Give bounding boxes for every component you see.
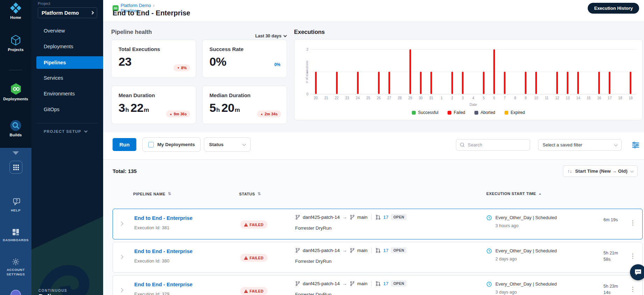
expand-chevron-icon[interactable] bbox=[119, 222, 123, 225]
pipeline-name-link[interactable]: End to End - Enterprise bbox=[134, 248, 193, 254]
x-tick-label: 23 bbox=[342, 96, 352, 100]
legend-item: Aborted bbox=[474, 110, 495, 115]
bar-cell bbox=[531, 49, 542, 94]
module-name: Delivery bbox=[38, 293, 66, 295]
x-tick-label: 10 bbox=[531, 96, 542, 100]
rail-item[interactable]: Home bbox=[0, 2, 31, 20]
health-card-value: 0% bbox=[209, 55, 280, 69]
my-deployments-filter[interactable]: My Deployments bbox=[142, 137, 201, 152]
arrow-right-icon: → bbox=[342, 214, 347, 220]
trend-badge: 2m 34s bbox=[257, 110, 281, 117]
project-name: Platform Demo bbox=[42, 10, 79, 16]
divider bbox=[9, 70, 22, 70]
health-card: Success Rate 0% 0% bbox=[202, 39, 287, 78]
expand-chevron-icon[interactable] bbox=[119, 255, 123, 259]
bar-cell bbox=[604, 49, 615, 94]
help-icon: ? bbox=[11, 198, 21, 207]
module-grid-button[interactable] bbox=[9, 161, 22, 174]
bar-cell bbox=[384, 49, 394, 94]
column-header[interactable]: STATUS ⇅ bbox=[239, 192, 261, 196]
builds-icon bbox=[10, 120, 22, 131]
execution-id: Execution Id: 380 bbox=[134, 258, 193, 264]
breadcrumb-link[interactable]: Platform Demo bbox=[121, 3, 151, 8]
rail-item[interactable]: Builds bbox=[0, 120, 31, 137]
search-icon bbox=[460, 142, 465, 148]
row-menu-button[interactable]: ⋮ bbox=[628, 219, 638, 226]
filter-sliders-icon[interactable] bbox=[631, 141, 640, 149]
y-tick-label: 2 bbox=[299, 48, 308, 51]
x-tick-label: 21 bbox=[321, 96, 331, 100]
bar-failed bbox=[556, 72, 558, 94]
execution-row[interactable]: End to End - Enterprise Execution Id: 38… bbox=[113, 242, 643, 273]
bar-cell bbox=[426, 49, 436, 94]
pr-number-link[interactable]: 17 bbox=[383, 248, 388, 253]
bar-failed bbox=[525, 72, 527, 94]
svg-text:?: ? bbox=[15, 199, 17, 203]
trend-badge: 8% bbox=[173, 64, 190, 71]
pr-number-link[interactable]: 17 bbox=[383, 281, 388, 286]
time-range-select[interactable]: Last 30 days bbox=[251, 34, 286, 38]
sidebar-item-overview[interactable]: Overview bbox=[31, 23, 103, 39]
rail-item[interactable]: Deployments bbox=[0, 82, 31, 101]
expand-chevron-icon[interactable] bbox=[119, 288, 123, 292]
sort-arrows-icon: ↑↓ bbox=[567, 168, 572, 174]
help-chat-fab[interactable] bbox=[630, 264, 644, 280]
sort-dropdown[interactable]: ↑↓ Start Time (New → Old) bbox=[563, 165, 638, 177]
sidebar-item-services[interactable]: Services bbox=[31, 70, 103, 86]
collapse-triangle-icon[interactable] bbox=[13, 151, 19, 155]
bar-failed bbox=[336, 72, 338, 94]
warning-icon bbox=[244, 256, 248, 260]
column-header[interactable]: EXECUTION START TIME ▲ bbox=[486, 192, 542, 196]
rail-item[interactable]: ACCOUNT SETTINGS bbox=[0, 258, 31, 276]
start-time-ago: 3 hours ago bbox=[495, 223, 557, 228]
rail-item[interactable]: Projects bbox=[0, 34, 31, 52]
search-input[interactable] bbox=[468, 142, 524, 148]
execution-row[interactable]: End to End - Enterprise Execution Id: 38… bbox=[113, 209, 643, 239]
health-card-label: Success Rate bbox=[209, 46, 280, 52]
x-tick-label: 30 bbox=[415, 96, 426, 100]
sidebar-item-deployments[interactable]: Deployments bbox=[31, 39, 103, 55]
divider bbox=[371, 281, 372, 286]
trigger-name: Forrester DryRun bbox=[295, 259, 407, 264]
health-card-label: Total Executions bbox=[119, 46, 189, 52]
bar-cell bbox=[479, 49, 489, 94]
sidebar-item-gitops[interactable]: GitOps bbox=[31, 102, 103, 117]
git-branch-icon bbox=[295, 281, 300, 286]
row-menu-button[interactable]: ⋮ bbox=[628, 286, 638, 293]
rail-item[interactable]: DASHBOARDS bbox=[0, 228, 31, 242]
bar-cell bbox=[510, 49, 521, 94]
chevron-down-icon bbox=[630, 169, 634, 172]
x-tick-label: 2 bbox=[447, 96, 457, 100]
row-menu-button[interactable]: ⋮ bbox=[628, 252, 638, 260]
sidebar-item-pipelines[interactable]: Pipelines bbox=[36, 56, 103, 69]
my-deployments-checkbox[interactable] bbox=[148, 142, 154, 148]
bar-cell bbox=[489, 49, 500, 94]
bar-cell bbox=[405, 49, 415, 94]
trigger-name: Forrester DryRun bbox=[295, 292, 407, 295]
divider bbox=[371, 214, 372, 220]
bar-cell bbox=[563, 49, 573, 94]
pipeline-name-link[interactable]: End to End - Enterprise bbox=[134, 215, 193, 221]
project-selector[interactable]: Platform Demo bbox=[38, 7, 97, 18]
x-axis-line bbox=[310, 94, 636, 94]
search-box bbox=[456, 139, 530, 151]
run-button[interactable]: Run bbox=[113, 138, 136, 151]
bar-cell bbox=[447, 49, 457, 94]
sidebar-item-environments[interactable]: Environments bbox=[31, 86, 103, 102]
execution-row[interactable]: End to End - Enterprise Execution Id: 37… bbox=[113, 275, 643, 295]
legend-label: Aborted bbox=[481, 110, 495, 115]
x-tick-label: 27 bbox=[384, 96, 394, 100]
git-branch-icon bbox=[295, 215, 300, 220]
settings-icon bbox=[12, 258, 20, 266]
pr-number-link[interactable]: 17 bbox=[383, 215, 388, 220]
column-header[interactable]: PIPELINE NAME ⇅ bbox=[133, 192, 171, 196]
schedule-clock-icon bbox=[486, 248, 492, 261]
status-dropdown[interactable]: Status bbox=[204, 137, 251, 152]
tab-execution-history[interactable]: Execution History bbox=[588, 3, 639, 14]
rail-item[interactable]: ? HELP bbox=[0, 198, 31, 213]
pipeline-name-link[interactable]: End to End - Enterprise bbox=[134, 281, 193, 287]
saved-filter-dropdown[interactable]: Select a saved filter bbox=[538, 139, 622, 151]
project-setup-toggle[interactable]: PROJECT SETUP bbox=[44, 129, 87, 134]
target-branch: main bbox=[357, 215, 367, 220]
execution-rows: End to End - Enterprise Execution Id: 38… bbox=[113, 209, 643, 295]
